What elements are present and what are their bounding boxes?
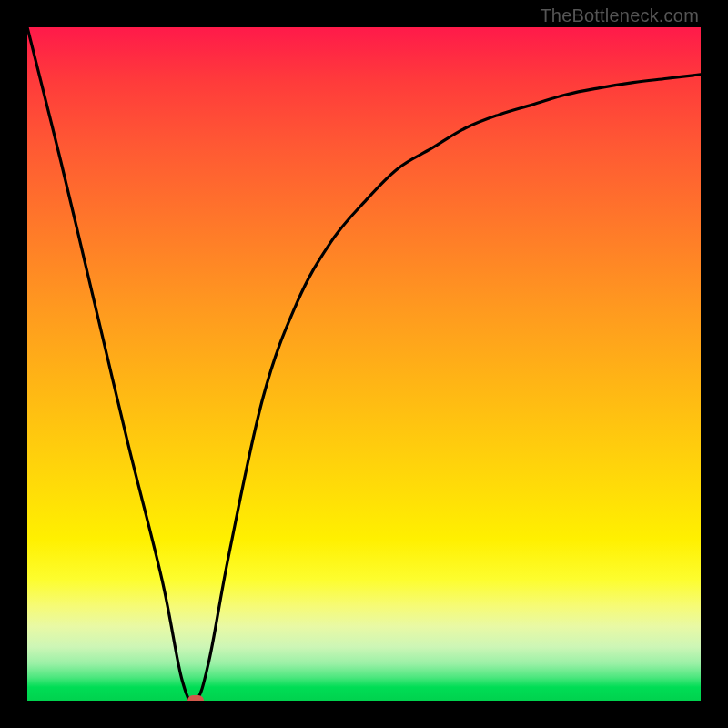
plot-area — [27, 27, 701, 701]
chart-frame: TheBottleneck.com — [0, 0, 728, 728]
watermark-label: TheBottleneck.com — [540, 5, 699, 26]
bottleneck-curve — [27, 27, 701, 701]
minimum-point-marker — [187, 695, 204, 701]
